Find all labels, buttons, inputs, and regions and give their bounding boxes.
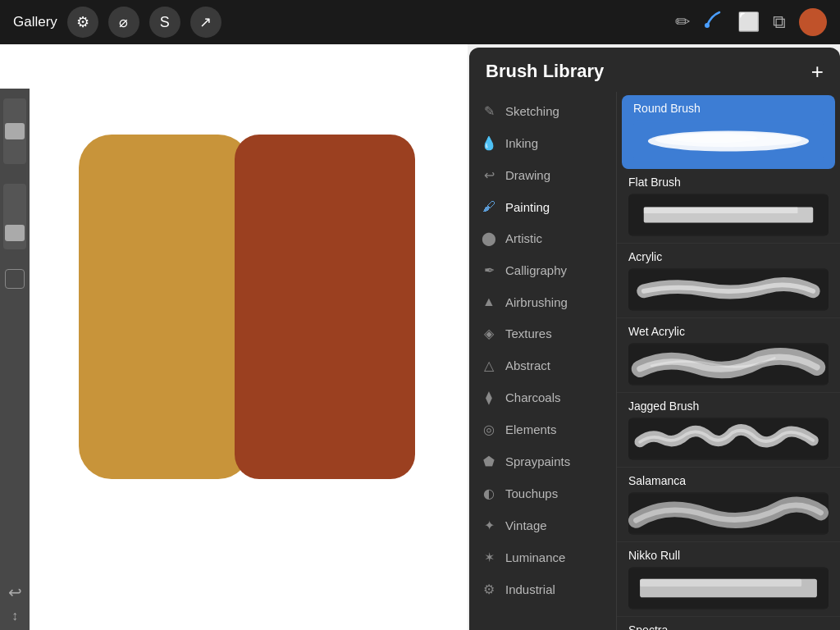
wrench-icon[interactable]: ⚙ <box>67 7 98 38</box>
brush-preview-nikko-rull <box>628 567 829 609</box>
top-bar-right: ✏ ⬜ ⧉ <box>675 8 827 36</box>
layers-tool[interactable]: ⧉ <box>773 11 786 33</box>
category-item-calligraphy[interactable]: ✒ Calligraphy <box>469 254 616 286</box>
category-item-abstract[interactable]: △ Abstract <box>469 349 616 381</box>
category-item-airbrushing[interactable]: ▲ Airbrushing <box>469 286 616 317</box>
category-item-luminance[interactable]: ✶ Luminance <box>469 541 616 573</box>
top-bar-left: Gallery ⚙ ⌀ S ↗ <box>13 7 221 38</box>
brush-name-spectra: Spectra <box>628 623 829 630</box>
transform-icon[interactable]: ↗ <box>190 7 221 38</box>
brush-item-jagged-brush[interactable]: Jagged Brush <box>617 393 840 468</box>
brush-item-salamanca[interactable]: Salamanca <box>617 468 840 542</box>
category-item-inking[interactable]: 💧 Inking <box>469 127 616 159</box>
category-label-painting: Painting <box>505 200 550 214</box>
size-slider[interactable] <box>3 98 26 164</box>
elements-icon: ◎ <box>481 422 497 437</box>
category-label-charcoals: Charcoals <box>505 390 561 404</box>
brush-item-round-brush[interactable]: Round Brush <box>622 95 835 169</box>
svg-rect-16 <box>640 579 801 587</box>
calligraphy-icon: ✒ <box>481 262 497 278</box>
top-bar: Gallery ⚙ ⌀ S ↗ ✏ ⬜ ⧉ <box>0 0 840 44</box>
svg-rect-1 <box>79 135 251 479</box>
gallery-label[interactable]: Gallery <box>13 14 57 30</box>
svg-point-0 <box>705 23 710 28</box>
category-label-touchups: Touchups <box>505 486 558 500</box>
brush-panel-title: Brush Library <box>486 61 604 82</box>
category-item-spraypaints[interactable]: ⬟ Spraypaints <box>469 445 616 477</box>
selection-icon[interactable]: S <box>149 7 180 38</box>
abstract-icon: △ <box>481 358 497 373</box>
category-label-sketching: Sketching <box>505 104 559 118</box>
inking-icon: 💧 <box>481 135 497 151</box>
brush-list: Round Brush Flat Brush Acrylic Wet Acryl… <box>617 92 840 630</box>
category-label-airbrushing: Airbrushing <box>505 295 568 309</box>
brush-name-jagged-brush: Jagged Brush <box>628 399 829 413</box>
add-brush-button[interactable]: + <box>811 61 824 82</box>
brush-item-spectra[interactable]: Spectra <box>617 617 840 630</box>
eraser-tool[interactable]: ⬜ <box>737 11 760 33</box>
brush-preview-acrylic <box>628 268 829 311</box>
brush-item-nikko-rull[interactable]: Nikko Rull <box>617 542 840 617</box>
category-item-vintage[interactable]: ✦ Vintage <box>469 509 616 541</box>
airbrushing-icon: ▲ <box>481 294 497 309</box>
brush-name-nikko-rull: Nikko Rull <box>628 549 829 562</box>
left-sidebar: ↩ ↕ <box>0 89 30 630</box>
undo-button[interactable]: ↩ <box>8 582 22 602</box>
category-label-spraypaints: Spraypaints <box>505 454 570 468</box>
pencil-tool[interactable]: ✏ <box>675 11 690 33</box>
category-label-artistic: Artistic <box>505 231 542 245</box>
category-label-elements: Elements <box>505 422 557 436</box>
category-item-touchups[interactable]: ◐ Touchups <box>469 477 616 509</box>
brush-preview-salamanca <box>628 492 829 535</box>
sketching-icon: ✎ <box>481 103 497 119</box>
category-item-textures[interactable]: ◈ Textures <box>469 317 616 349</box>
category-item-drawing[interactable]: ↩ Drawing <box>469 159 616 191</box>
category-label-drawing: Drawing <box>505 168 550 182</box>
category-item-painting[interactable]: 🖌 Painting <box>469 191 616 222</box>
charcoals-icon: ⧫ <box>481 390 497 405</box>
brush-name-round-brush: Round Brush <box>633 102 824 115</box>
brush-item-wet-acrylic[interactable]: Wet Acrylic <box>617 318 840 393</box>
paint-canvas <box>30 44 468 630</box>
painting-icon: 🖌 <box>481 199 497 214</box>
brush-panel-body: ✎ Sketching💧 Inking↩ Drawing🖌 Painting⬤ … <box>469 92 840 630</box>
category-label-abstract: Abstract <box>505 358 550 372</box>
category-item-charcoals[interactable]: ⧫ Charcoals <box>469 381 616 413</box>
color-square[interactable] <box>5 269 25 289</box>
category-label-vintage: Vintage <box>505 518 547 532</box>
brush-name-flat-brush: Flat Brush <box>628 176 829 189</box>
touchups-icon: ◐ <box>481 486 497 501</box>
category-item-elements[interactable]: ◎ Elements <box>469 413 616 445</box>
brush-preview-wet-acrylic <box>628 343 829 386</box>
brush-name-salamanca: Salamanca <box>628 474 829 487</box>
category-label-inking: Inking <box>505 136 538 150</box>
brush-preview-round-brush <box>633 120 824 162</box>
brush-tool[interactable] <box>703 9 724 36</box>
user-avatar[interactable] <box>799 8 827 36</box>
artistic-icon: ⬤ <box>481 231 497 246</box>
brush-name-acrylic: Acrylic <box>628 250 829 263</box>
adjust-icon[interactable]: ⌀ <box>108 7 139 38</box>
category-item-artistic[interactable]: ⬤ Artistic <box>469 222 616 254</box>
brush-name-wet-acrylic: Wet Acrylic <box>628 325 829 338</box>
textures-icon: ◈ <box>481 326 497 341</box>
brush-item-acrylic[interactable]: Acrylic <box>617 244 840 318</box>
drawing-icon: ↩ <box>481 167 497 183</box>
canvas-area: ↩ ↕ <box>0 44 468 630</box>
svg-point-6 <box>670 134 758 143</box>
modify-button[interactable]: ↕ <box>11 609 18 623</box>
brush-item-flat-brush[interactable]: Flat Brush <box>617 169 840 244</box>
category-item-industrial[interactable]: ⚙ Industrial <box>469 573 616 605</box>
category-label-industrial: Industrial <box>505 582 555 596</box>
vintage-icon: ✦ <box>481 518 497 533</box>
luminance-icon: ✶ <box>481 550 497 565</box>
svg-rect-2 <box>235 135 415 479</box>
brush-preview-jagged-brush <box>628 418 829 460</box>
svg-rect-9 <box>644 208 798 214</box>
opacity-slider[interactable] <box>3 184 26 249</box>
category-label-textures: Textures <box>505 326 552 340</box>
category-item-sketching[interactable]: ✎ Sketching <box>469 95 616 127</box>
category-list: ✎ Sketching💧 Inking↩ Drawing🖌 Painting⬤ … <box>469 92 617 630</box>
category-label-luminance: Luminance <box>505 550 565 564</box>
brush-preview-flat-brush <box>628 194 829 236</box>
